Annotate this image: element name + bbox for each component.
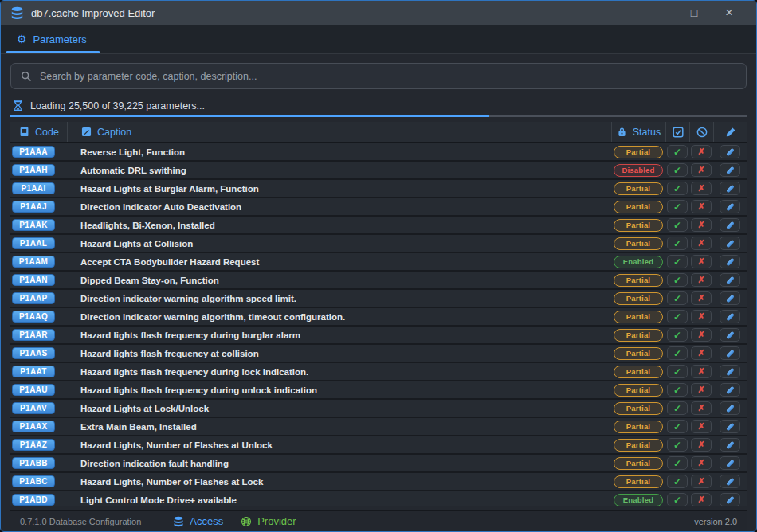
disable-button[interactable]: ✗ xyxy=(691,145,712,158)
enable-button[interactable]: ✓ xyxy=(667,328,688,342)
enable-button[interactable]: ✓ xyxy=(667,456,688,470)
disable-button[interactable]: ✗ xyxy=(691,383,712,397)
disable-button[interactable]: ✗ xyxy=(691,365,712,378)
table-row[interactable]: P1AAP Direction indicator warning algori… xyxy=(10,290,747,308)
disable-button[interactable]: ✗ xyxy=(691,255,712,268)
disable-button[interactable]: ✗ xyxy=(691,182,712,195)
enable-button[interactable]: ✓ xyxy=(667,291,688,305)
param-code-badge[interactable]: P1AAI xyxy=(12,182,55,194)
table-row[interactable]: P1AAS Hazard lights flash frequency at c… xyxy=(10,345,747,363)
disable-button[interactable]: ✗ xyxy=(691,475,712,488)
edit-button[interactable] xyxy=(720,401,740,415)
maximize-button[interactable]: □ xyxy=(677,1,712,25)
disable-button[interactable]: ✗ xyxy=(691,273,712,287)
enable-button[interactable]: ✓ xyxy=(667,145,688,158)
table-row[interactable]: P1AAN Dipped Beam Stay-on, Function Part… xyxy=(10,272,747,290)
param-code-badge[interactable]: P1ABC xyxy=(12,475,55,487)
table-row[interactable]: P1AAJ Direction Indicator Auto Deactivat… xyxy=(10,198,747,217)
table-row[interactable]: P1AAR Hazard lights flash frequency duri… xyxy=(10,327,747,345)
enable-button[interactable]: ✓ xyxy=(667,163,688,177)
edit-button[interactable] xyxy=(720,475,740,488)
edit-button[interactable] xyxy=(720,328,740,342)
disable-button[interactable]: ✗ xyxy=(691,438,712,452)
disable-button[interactable]: ✗ xyxy=(691,346,712,360)
edit-button[interactable] xyxy=(720,365,740,378)
disable-button[interactable]: ✗ xyxy=(691,456,712,470)
param-code-badge[interactable]: P1AAT xyxy=(12,366,55,377)
table-row[interactable]: P1ABD Light Control Mode Drive+ availabl… xyxy=(10,491,747,506)
enable-button[interactable]: ✓ xyxy=(667,273,688,287)
param-code-badge[interactable]: P1AAQ xyxy=(12,311,55,323)
minimize-button[interactable]: – xyxy=(641,1,677,25)
edit-button[interactable] xyxy=(720,420,740,433)
column-header-enable[interactable] xyxy=(665,122,689,142)
tab-parameters[interactable]: ⚙ Parameters xyxy=(6,25,100,53)
enable-button[interactable]: ✓ xyxy=(667,182,688,195)
disable-button[interactable]: ✗ xyxy=(691,401,712,415)
enable-button[interactable]: ✓ xyxy=(667,237,688,250)
disable-button[interactable]: ✗ xyxy=(691,291,712,305)
edit-button[interactable] xyxy=(720,456,740,470)
table-row[interactable]: P1AAT Hazard lights flash frequency duri… xyxy=(10,363,747,381)
disable-button[interactable]: ✗ xyxy=(691,200,712,213)
param-code-badge[interactable]: P1AAP xyxy=(12,292,55,304)
disable-button[interactable]: ✗ xyxy=(691,310,712,323)
table-row[interactable]: P1AAX Extra Main Beam, Installed Partial… xyxy=(10,418,747,436)
close-button[interactable]: × xyxy=(712,1,747,25)
edit-button[interactable] xyxy=(720,273,740,287)
enable-button[interactable]: ✓ xyxy=(667,475,688,488)
column-header-code[interactable]: Code xyxy=(10,122,68,142)
enable-button[interactable]: ✓ xyxy=(667,401,688,415)
edit-button[interactable] xyxy=(720,493,740,506)
disable-button[interactable]: ✗ xyxy=(691,328,712,342)
provider-link[interactable]: Provider xyxy=(241,515,296,527)
param-code-badge[interactable]: P1AAS xyxy=(12,347,55,359)
disable-button[interactable]: ✗ xyxy=(691,493,712,506)
edit-button[interactable] xyxy=(720,218,740,232)
disable-button[interactable]: ✗ xyxy=(691,420,712,433)
edit-button[interactable] xyxy=(720,291,740,305)
table-row[interactable]: P1AAV Hazard Lights at Lock/Unlock Parti… xyxy=(10,400,747,418)
disable-button[interactable]: ✗ xyxy=(691,218,712,232)
table-row[interactable]: P1AAZ Hazard Lights, Number of Flashes a… xyxy=(10,436,747,455)
enable-button[interactable]: ✓ xyxy=(667,420,688,433)
enable-button[interactable]: ✓ xyxy=(667,255,688,268)
table-row[interactable]: P1AAL Hazard Lights at Collision Partial… xyxy=(10,235,747,253)
param-code-badge[interactable]: P1AAU xyxy=(12,384,55,396)
column-header-status[interactable]: Status xyxy=(611,122,665,142)
enable-button[interactable]: ✓ xyxy=(667,200,688,213)
table-row[interactable]: P1AAQ Direction indicator warning algori… xyxy=(10,308,747,327)
enable-button[interactable]: ✓ xyxy=(667,218,688,232)
edit-button[interactable] xyxy=(720,438,740,452)
enable-button[interactable]: ✓ xyxy=(667,493,688,506)
disable-button[interactable]: ✗ xyxy=(691,163,712,177)
disable-button[interactable]: ✗ xyxy=(691,237,712,250)
table-row[interactable]: P1AAU Hazard lights flash frequency duri… xyxy=(10,381,747,400)
param-code-badge[interactable]: P1AAH xyxy=(12,164,55,176)
edit-button[interactable] xyxy=(720,200,740,213)
param-code-badge[interactable]: P1AAZ xyxy=(12,439,55,451)
edit-button[interactable] xyxy=(720,182,740,195)
column-header-caption[interactable]: Caption xyxy=(68,122,611,142)
table-row[interactable]: P1AAA Reverse Light, Function Partial ✓ … xyxy=(10,143,747,162)
param-code-badge[interactable]: P1AAN xyxy=(12,274,55,286)
table-row[interactable]: P1AAI Hazard Lights at Burglar Alarm, Fu… xyxy=(10,180,747,198)
param-code-badge[interactable]: P1ABD xyxy=(12,494,55,506)
column-header-disable[interactable] xyxy=(689,122,713,142)
table-row[interactable]: P1ABC Hazard Lights, Number of Flashes a… xyxy=(10,473,747,491)
param-code-badge[interactable]: P1AAX xyxy=(12,421,55,432)
table-row[interactable]: P1AAH Automatic DRL swithing Disabled ✓ … xyxy=(10,162,747,180)
edit-button[interactable] xyxy=(720,163,740,177)
param-code-badge[interactable]: P1ABB xyxy=(12,457,55,469)
enable-button[interactable]: ✓ xyxy=(667,310,688,323)
edit-button[interactable] xyxy=(720,237,740,250)
param-code-badge[interactable]: P1AAV xyxy=(12,402,55,414)
enable-button[interactable]: ✓ xyxy=(667,383,688,397)
edit-button[interactable] xyxy=(720,310,740,323)
edit-button[interactable] xyxy=(720,145,740,158)
column-header-edit[interactable] xyxy=(713,122,747,142)
access-link[interactable]: Access xyxy=(173,515,223,527)
edit-button[interactable] xyxy=(720,255,740,268)
param-code-badge[interactable]: P1AAM xyxy=(12,256,55,268)
table-row[interactable]: P1AAM Accept CTA Bodybuilder Hazard Requ… xyxy=(10,253,747,272)
